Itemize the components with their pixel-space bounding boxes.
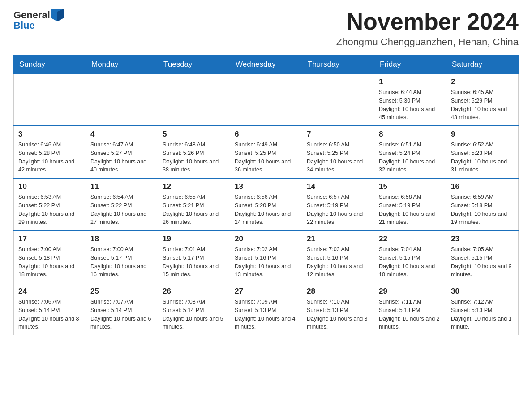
day-number: 4 [90, 130, 153, 139]
col-tuesday: Tuesday [158, 56, 230, 74]
col-friday: Friday [374, 56, 446, 74]
day-info: Sunrise: 7:01 AM Sunset: 5:17 PM Dayligh… [163, 245, 225, 279]
calendar-cell: 22Sunrise: 7:04 AM Sunset: 5:15 PM Dayli… [374, 231, 446, 283]
calendar-cell [302, 74, 374, 126]
calendar-cell: 12Sunrise: 6:55 AM Sunset: 5:21 PM Dayli… [158, 178, 230, 231]
calendar-cell [86, 74, 158, 126]
day-info: Sunrise: 6:48 AM Sunset: 5:26 PM Dayligh… [163, 141, 225, 174]
day-info: Sunrise: 6:59 AM Sunset: 5:18 PM Dayligh… [451, 193, 514, 227]
calendar-week-row: 10Sunrise: 6:53 AM Sunset: 5:22 PM Dayli… [14, 178, 519, 231]
day-number: 3 [18, 130, 81, 139]
calendar-cell: 6Sunrise: 6:49 AM Sunset: 5:25 PM Daylig… [230, 126, 302, 178]
calendar-cell: 13Sunrise: 6:56 AM Sunset: 5:20 PM Dayli… [230, 178, 302, 231]
day-info: Sunrise: 6:53 AM Sunset: 5:22 PM Dayligh… [18, 193, 81, 227]
day-number: 26 [163, 287, 225, 296]
calendar-week-row: 17Sunrise: 7:00 AM Sunset: 5:18 PM Dayli… [14, 231, 519, 283]
calendar-week-row: 3Sunrise: 6:46 AM Sunset: 5:28 PM Daylig… [14, 126, 519, 178]
day-info: Sunrise: 7:06 AM Sunset: 5:14 PM Dayligh… [18, 298, 81, 331]
day-info: Sunrise: 6:44 AM Sunset: 5:30 PM Dayligh… [379, 88, 442, 122]
col-thursday: Thursday [302, 56, 374, 74]
calendar-table: Sunday Monday Tuesday Wednesday Thursday… [13, 55, 519, 335]
calendar-cell: 30Sunrise: 7:12 AM Sunset: 5:13 PM Dayli… [446, 283, 519, 335]
day-info: Sunrise: 7:10 AM Sunset: 5:13 PM Dayligh… [307, 298, 369, 331]
day-info: Sunrise: 6:57 AM Sunset: 5:19 PM Dayligh… [307, 193, 369, 227]
calendar-week-row: 1Sunrise: 6:44 AM Sunset: 5:30 PM Daylig… [14, 74, 519, 126]
day-number: 28 [307, 287, 369, 296]
day-info: Sunrise: 6:55 AM Sunset: 5:21 PM Dayligh… [163, 193, 225, 227]
day-info: Sunrise: 7:04 AM Sunset: 5:15 PM Dayligh… [379, 245, 442, 279]
day-number: 29 [379, 287, 442, 296]
calendar-cell: 1Sunrise: 6:44 AM Sunset: 5:30 PM Daylig… [374, 74, 446, 126]
day-info: Sunrise: 7:12 AM Sunset: 5:13 PM Dayligh… [451, 298, 514, 331]
col-sunday: Sunday [14, 56, 86, 74]
day-number: 7 [307, 130, 369, 139]
day-info: Sunrise: 6:54 AM Sunset: 5:22 PM Dayligh… [90, 193, 153, 227]
calendar-cell: 3Sunrise: 6:46 AM Sunset: 5:28 PM Daylig… [14, 126, 86, 178]
day-number: 27 [235, 287, 297, 296]
calendar-cell: 26Sunrise: 7:08 AM Sunset: 5:14 PM Dayli… [158, 283, 230, 335]
day-number: 6 [235, 130, 297, 139]
day-info: Sunrise: 6:52 AM Sunset: 5:23 PM Dayligh… [451, 141, 514, 174]
calendar-cell [14, 74, 86, 126]
day-number: 19 [163, 235, 225, 244]
day-info: Sunrise: 7:05 AM Sunset: 5:15 PM Dayligh… [451, 245, 514, 279]
day-info: Sunrise: 6:50 AM Sunset: 5:25 PM Dayligh… [307, 141, 369, 174]
day-info: Sunrise: 6:51 AM Sunset: 5:24 PM Dayligh… [379, 141, 442, 174]
calendar-cell: 24Sunrise: 7:06 AM Sunset: 5:14 PM Dayli… [14, 283, 86, 335]
calendar-cell: 15Sunrise: 6:58 AM Sunset: 5:19 PM Dayli… [374, 178, 446, 231]
calendar-cell: 5Sunrise: 6:48 AM Sunset: 5:26 PM Daylig… [158, 126, 230, 178]
calendar-cell: 27Sunrise: 7:09 AM Sunset: 5:13 PM Dayli… [230, 283, 302, 335]
col-wednesday: Wednesday [230, 56, 302, 74]
day-info: Sunrise: 7:00 AM Sunset: 5:18 PM Dayligh… [18, 245, 81, 279]
day-info: Sunrise: 6:47 AM Sunset: 5:27 PM Dayligh… [90, 141, 153, 174]
day-number: 16 [451, 182, 514, 191]
day-number: 17 [18, 235, 81, 244]
calendar-header-row: Sunday Monday Tuesday Wednesday Thursday… [14, 56, 519, 74]
day-number: 13 [235, 182, 297, 191]
calendar-cell: 28Sunrise: 7:10 AM Sunset: 5:13 PM Dayli… [302, 283, 374, 335]
day-info: Sunrise: 6:45 AM Sunset: 5:29 PM Dayligh… [451, 88, 514, 122]
calendar-cell: 18Sunrise: 7:00 AM Sunset: 5:17 PM Dayli… [86, 231, 158, 283]
col-saturday: Saturday [446, 56, 519, 74]
col-monday: Monday [86, 56, 158, 74]
calendar-cell: 17Sunrise: 7:00 AM Sunset: 5:18 PM Dayli… [14, 231, 86, 283]
day-number: 30 [451, 287, 514, 296]
calendar-cell: 9Sunrise: 6:52 AM Sunset: 5:23 PM Daylig… [446, 126, 519, 178]
calendar-cell: 20Sunrise: 7:02 AM Sunset: 5:16 PM Dayli… [230, 231, 302, 283]
calendar-cell: 16Sunrise: 6:59 AM Sunset: 5:18 PM Dayli… [446, 178, 519, 231]
calendar-cell: 25Sunrise: 7:07 AM Sunset: 5:14 PM Dayli… [86, 283, 158, 335]
day-number: 14 [307, 182, 369, 191]
calendar-cell: 8Sunrise: 6:51 AM Sunset: 5:24 PM Daylig… [374, 126, 446, 178]
day-info: Sunrise: 7:07 AM Sunset: 5:14 PM Dayligh… [90, 298, 153, 331]
location: Zhongmu Chengguanzhen, Henan, China [336, 36, 519, 48]
calendar-cell: 14Sunrise: 6:57 AM Sunset: 5:19 PM Dayli… [302, 178, 374, 231]
day-number: 9 [451, 130, 514, 139]
calendar-cell: 29Sunrise: 7:11 AM Sunset: 5:13 PM Dayli… [374, 283, 446, 335]
calendar-cell: 4Sunrise: 6:47 AM Sunset: 5:27 PM Daylig… [86, 126, 158, 178]
day-number: 23 [451, 235, 514, 244]
day-number: 8 [379, 130, 442, 139]
day-number: 2 [451, 77, 514, 86]
calendar-cell [230, 74, 302, 126]
month-title: November 2024 [336, 9, 519, 34]
day-info: Sunrise: 7:08 AM Sunset: 5:14 PM Dayligh… [163, 298, 225, 331]
day-number: 5 [163, 130, 225, 139]
day-number: 20 [235, 235, 297, 244]
calendar-cell: 23Sunrise: 7:05 AM Sunset: 5:15 PM Dayli… [446, 231, 519, 283]
calendar-cell: 19Sunrise: 7:01 AM Sunset: 5:17 PM Dayli… [158, 231, 230, 283]
day-number: 1 [379, 77, 442, 86]
day-number: 18 [90, 235, 153, 244]
day-info: Sunrise: 7:00 AM Sunset: 5:17 PM Dayligh… [90, 245, 153, 279]
calendar-cell [158, 74, 230, 126]
day-number: 11 [90, 182, 153, 191]
calendar-cell: 21Sunrise: 7:03 AM Sunset: 5:16 PM Dayli… [302, 231, 374, 283]
logo-icon [51, 9, 64, 21]
logo-blue: Blue [13, 20, 35, 31]
day-number: 21 [307, 235, 369, 244]
day-number: 25 [90, 287, 153, 296]
day-number: 24 [18, 287, 81, 296]
day-info: Sunrise: 7:03 AM Sunset: 5:16 PM Dayligh… [307, 245, 369, 279]
page-header: General Blue November 2024 Zhongmu Cheng… [13, 9, 519, 48]
calendar-cell: 11Sunrise: 6:54 AM Sunset: 5:22 PM Dayli… [86, 178, 158, 231]
day-number: 12 [163, 182, 225, 191]
